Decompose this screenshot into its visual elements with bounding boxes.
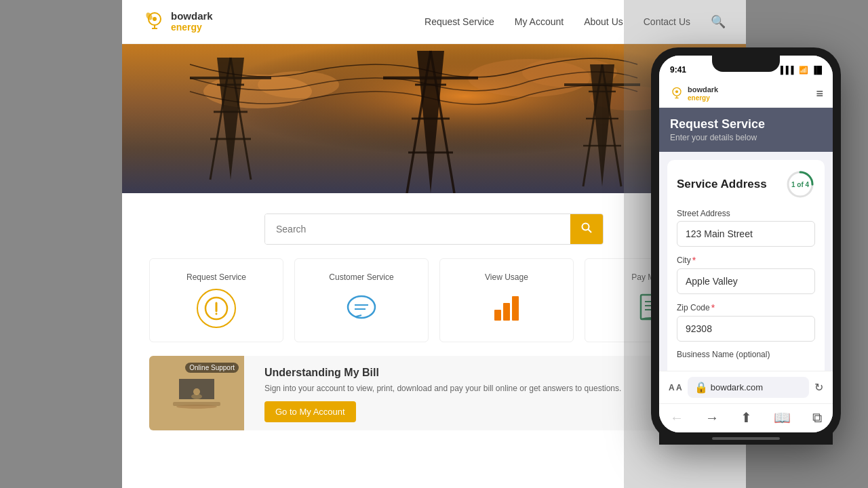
request-service-label: Request Service: [186, 272, 246, 282]
svg-point-37: [216, 313, 218, 315]
svg-point-33: [583, 224, 589, 230]
phone-page-subtitle: Enter your details below: [670, 133, 822, 142]
status-icons: ▌▌▌ 📶 ▐█: [781, 66, 822, 75]
business-name-label: Business Name (optional): [677, 350, 815, 359]
bill-description: Sign into your account to view, print, d…: [264, 383, 621, 394]
street-address-input[interactable]: [677, 221, 815, 247]
logo-icon: [142, 9, 167, 34]
zip-code-label-text: Zip Code: [677, 303, 710, 312]
svg-rect-42: [503, 303, 510, 321]
bookmarks-button[interactable]: 📖: [774, 409, 791, 426]
url-bar[interactable]: 🔒 bowdark.com: [688, 377, 809, 398]
battery-icon: ▐█: [811, 66, 822, 74]
svg-point-51: [193, 388, 200, 395]
request-service-icon: [197, 289, 236, 328]
browser-toolbar: ← → ⬆ 📖 ⧉: [659, 403, 833, 432]
status-time: 9:41: [670, 65, 686, 75]
logo: bowdark energy: [142, 9, 213, 34]
phone-content: Service Address 1 of 4 Street Address: [659, 152, 833, 371]
card-title: Service Address: [677, 178, 767, 191]
phone-logo-line1: bowdark: [688, 85, 718, 94]
zip-code-label: Zip Code *: [677, 302, 815, 313]
wifi-icon: 📶: [799, 66, 808, 75]
phone-wrapper: 9:41 ▌▌▌ 📶 ▐█ bowdark: [624, 0, 868, 488]
zip-required: *: [711, 302, 715, 313]
bill-image: Online Support: [149, 356, 244, 430]
business-name-field: Business Name (optional): [677, 350, 815, 359]
url-text: bowdark.com: [711, 382, 763, 392]
search-bar: [264, 214, 604, 245]
bar-chart-icon: [489, 291, 524, 326]
city-label: City *: [677, 255, 815, 266]
chat-icon: [344, 291, 379, 326]
phone-page-title: Request Service: [670, 117, 822, 131]
city-field: City *: [677, 255, 815, 294]
phone-logo-text: bowdark energy: [688, 85, 718, 102]
bill-title: Understanding My Bill: [264, 367, 621, 379]
customer-service-icon: [342, 289, 381, 328]
logo-line2: energy: [171, 22, 202, 33]
text-size-control[interactable]: A A: [669, 383, 682, 392]
home-indicator: [659, 432, 833, 445]
home-bar: [712, 437, 780, 440]
view-usage-label: View Usage: [485, 272, 528, 282]
phone-logo-line2: energy: [688, 94, 710, 102]
view-usage-icon: [487, 289, 526, 328]
svg-rect-43: [512, 296, 519, 321]
go-to-account-button[interactable]: Go to My Account: [264, 401, 356, 422]
share-button[interactable]: ⬆: [741, 409, 752, 426]
bill-content: Understanding My Bill Sign into your acc…: [258, 356, 628, 430]
search-input[interactable]: [265, 214, 570, 244]
street-address-field: Street Address: [677, 209, 815, 247]
svg-point-8: [258, 71, 339, 98]
logo-text: bowdark energy: [171, 11, 213, 33]
lock-icon: 🔒: [694, 381, 708, 394]
svg-point-57: [675, 90, 678, 93]
request-service-card[interactable]: Request Service: [149, 258, 283, 342]
customer-service-card[interactable]: Customer Service: [294, 258, 429, 342]
forward-button[interactable]: →: [705, 410, 719, 426]
city-required: *: [692, 255, 696, 266]
street-address-label: Street Address: [677, 209, 815, 218]
about-us-link[interactable]: About Us: [584, 16, 623, 27]
laptop-icon: [170, 373, 224, 413]
reload-button[interactable]: ↻: [814, 381, 823, 394]
zip-code-field: Zip Code *: [677, 302, 815, 342]
phone-notch: [712, 56, 780, 72]
phone-screen: 9:41 ▌▌▌ 📶 ▐█ bowdark: [659, 56, 833, 432]
view-usage-card[interactable]: View Usage: [439, 258, 574, 342]
city-label-text: City: [677, 256, 691, 265]
search-btn-icon: [581, 222, 592, 233]
svg-point-3: [153, 17, 157, 21]
progress-indicator: 1 of 4: [785, 169, 815, 199]
customer-service-label: Customer Service: [329, 272, 393, 282]
signal-icon: ▌▌▌: [781, 66, 796, 74]
hamburger-menu-icon[interactable]: ≡: [816, 87, 823, 101]
search-button[interactable]: [570, 214, 603, 244]
phone-logo: bowdark energy: [669, 85, 718, 102]
svg-line-34: [589, 230, 592, 233]
phone-device: 9:41 ▌▌▌ 📶 ▐█ bowdark: [651, 47, 841, 441]
phone-logo-icon: [669, 85, 685, 102]
browser-address-bar: A A 🔒 bowdark.com ↻: [659, 371, 833, 403]
progress-label: 1 of 4: [785, 169, 815, 199]
phone-nav: bowdark energy ≡: [659, 80, 833, 108]
online-support-badge: Online Support: [185, 363, 239, 373]
zip-code-input[interactable]: [677, 316, 815, 342]
tabs-button[interactable]: ⧉: [812, 410, 822, 426]
city-input[interactable]: [677, 268, 815, 294]
exclamation-icon: [204, 296, 229, 321]
request-service-link[interactable]: Request Service: [425, 16, 494, 27]
service-address-card: Service Address 1 of 4 Street Address: [667, 160, 825, 371]
phone-header: Request Service Enter your details below: [659, 108, 833, 152]
my-account-link[interactable]: My Account: [515, 16, 564, 27]
svg-point-38: [348, 296, 375, 318]
back-button[interactable]: ←: [670, 410, 684, 426]
card-header: Service Address 1 of 4: [677, 169, 815, 199]
svg-rect-41: [494, 310, 501, 321]
svg-point-53: [176, 405, 217, 409]
logo-line1: bowdark: [171, 11, 213, 22]
